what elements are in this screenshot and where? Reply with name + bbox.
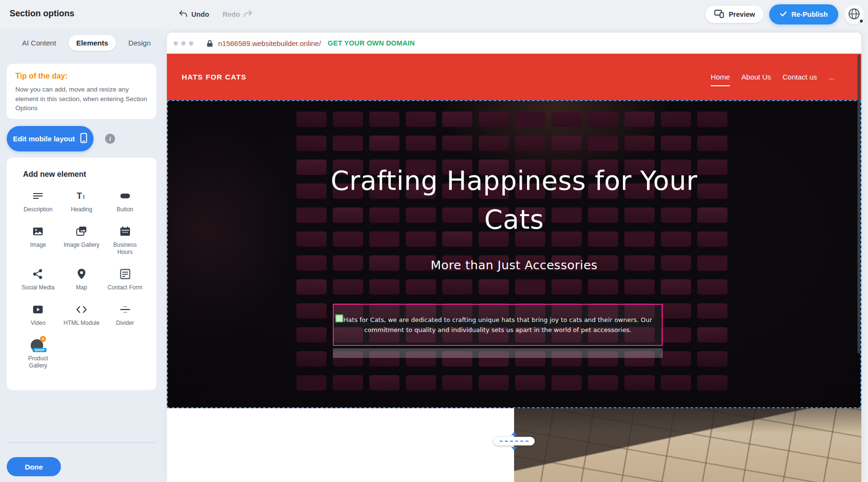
preview-scrollbar[interactable] xyxy=(857,55,860,354)
dashed-line xyxy=(500,441,528,442)
notification-dot xyxy=(860,20,863,23)
window-dot xyxy=(181,41,186,46)
divider-icon xyxy=(119,303,131,316)
republish-label: Re-Publish xyxy=(791,11,828,18)
contact-form-icon xyxy=(119,267,131,281)
next-section-blank xyxy=(167,408,514,482)
element-map[interactable]: Map xyxy=(60,267,104,291)
element-video[interactable]: Video xyxy=(16,303,60,327)
description-icon xyxy=(32,189,44,203)
element-product-gallery[interactable]: + SHOP Product Gallery xyxy=(16,338,60,369)
hero-section[interactable]: Crafting Happiness for Your Cats More th… xyxy=(167,100,861,408)
undo-button[interactable]: Undo xyxy=(178,10,209,20)
hero-subheading[interactable]: More than Just Accessories xyxy=(431,258,598,272)
section-resize-handle[interactable] xyxy=(493,432,535,450)
site-url[interactable]: n1566589.websitebuilder.online/ xyxy=(218,39,321,47)
nav-contact-us[interactable]: Contact us xyxy=(783,73,817,81)
hero-paragraph[interactable]: Hats for Cats, we are dedicated to craft… xyxy=(334,315,662,335)
topbar-actions: Preview Re-Publish xyxy=(705,4,864,25)
selected-text-element[interactable]: Hats for Cats, we are dedicated to craft… xyxy=(333,304,663,346)
phone-icon xyxy=(80,133,87,145)
redo-button[interactable]: Redo xyxy=(223,10,253,20)
social-media-icon xyxy=(32,267,44,281)
element-contact-form[interactable]: Contact Form xyxy=(103,267,147,291)
arrow-down-icon xyxy=(511,447,517,450)
product-gallery-icon: + SHOP xyxy=(30,338,46,352)
nav-home[interactable]: Home xyxy=(711,73,730,81)
sidebar-tabs: AI Content Elements Design xyxy=(14,35,158,51)
element-social-media[interactable]: Social Media xyxy=(16,267,60,291)
element-divider[interactable]: Divider xyxy=(103,303,147,327)
section-options-sidebar: AI Content Elements Design Tip of the da… xyxy=(0,29,163,482)
lock-icon xyxy=(206,39,213,47)
tip-body: Now you can add, move and resize any ele… xyxy=(15,85,148,113)
tip-of-the-day-card: Tip of the day: Now you can add, move an… xyxy=(7,64,156,119)
tab-ai-content[interactable]: AI Content xyxy=(14,35,64,51)
element-business-hours[interactable]: Business Hours xyxy=(103,225,147,256)
tab-design[interactable]: Design xyxy=(121,35,159,51)
plus-badge: + xyxy=(40,336,46,342)
business-hours-icon xyxy=(119,225,131,238)
sidebar-divider xyxy=(7,442,156,443)
shop-badge: SHOP xyxy=(33,348,47,352)
add-element-panel: Add new element Description Tt Heading xyxy=(7,158,156,390)
history-controls: Undo Redo xyxy=(178,0,253,29)
site-nav: Home About Us Contact us ... xyxy=(711,54,834,100)
panel-title: Section options xyxy=(10,9,74,19)
svg-text:t: t xyxy=(83,193,85,200)
redo-label: Redo xyxy=(223,11,240,18)
element-image[interactable]: Image xyxy=(16,225,60,256)
map-icon xyxy=(75,267,88,281)
mobile-layout-row: Edit mobile layout i xyxy=(7,126,115,151)
edit-mobile-layout-button[interactable]: Edit mobile layout xyxy=(7,126,94,151)
check-icon xyxy=(780,11,787,18)
edit-mobile-label: Edit mobile layout xyxy=(13,135,75,143)
image-gallery-icon xyxy=(75,225,88,238)
tab-elements[interactable]: Elements xyxy=(69,35,116,51)
element-heading[interactable]: Tt Heading xyxy=(60,189,104,213)
element-description[interactable]: Description xyxy=(16,189,60,213)
preview-button[interactable]: Preview xyxy=(705,6,763,23)
add-element-title: Add new element xyxy=(23,170,147,179)
resize-pill xyxy=(493,437,535,446)
nav-more[interactable]: ... xyxy=(828,73,834,81)
browser-bar: n1566589.websitebuilder.online/ GET YOUR… xyxy=(167,33,861,54)
info-icon[interactable]: i xyxy=(105,134,115,144)
globe-icon xyxy=(848,8,860,22)
redo-icon xyxy=(243,10,253,20)
ghost-element-strip xyxy=(333,348,663,358)
republish-button[interactable]: Re-Publish xyxy=(769,4,838,24)
svg-text:T: T xyxy=(77,191,82,201)
element-button[interactable]: Button xyxy=(103,189,147,213)
nav-about-us[interactable]: About Us xyxy=(741,73,771,81)
site-header[interactable]: HATS FOR CATS Home About Us Contact us .… xyxy=(167,54,861,100)
element-drag-handle[interactable] xyxy=(335,314,343,322)
button-icon xyxy=(119,189,131,203)
topbar: Section options Undo Redo Preview xyxy=(0,0,868,29)
element-grid: Description Tt Heading Button xyxy=(16,189,147,369)
tip-title: Tip of the day: xyxy=(15,72,148,80)
video-icon xyxy=(32,303,44,316)
done-button[interactable]: Done xyxy=(7,457,61,476)
window-dot xyxy=(174,41,178,46)
undo-icon xyxy=(178,10,188,20)
element-image-gallery[interactable]: Image Gallery xyxy=(60,225,104,256)
app: Section options Undo Redo Preview xyxy=(0,0,868,482)
html-module-icon xyxy=(75,303,88,316)
heading-icon: Tt xyxy=(75,189,88,203)
pavement-photo xyxy=(514,408,861,482)
site-logo[interactable]: HATS FOR CATS xyxy=(182,73,246,81)
hero-heading[interactable]: Crafting Happiness for Your Cats xyxy=(315,161,713,239)
preview-label: Preview xyxy=(728,11,755,18)
arrow-up-icon xyxy=(511,432,517,436)
element-html-module[interactable]: HTML Module xyxy=(60,303,104,327)
language-globe-button[interactable] xyxy=(844,4,864,24)
preview-devices-icon xyxy=(714,9,724,20)
window-dot xyxy=(189,41,193,46)
undo-label: Undo xyxy=(191,11,209,18)
hero-vignette xyxy=(167,100,861,408)
site-preview-canvas: n1566589.websitebuilder.online/ GET YOUR… xyxy=(167,33,861,482)
get-domain-link[interactable]: GET YOUR OWN DOMAIN xyxy=(328,39,415,47)
image-icon xyxy=(32,225,44,238)
